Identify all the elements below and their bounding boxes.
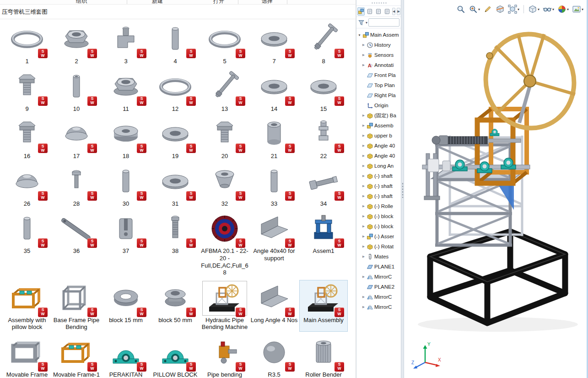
part-item[interactable]: SW26 [3, 164, 51, 208]
tree-item-history[interactable]: ▶History [356, 40, 401, 50]
tree-item-angle-40[interactable]: ▶Angle 40 [356, 141, 401, 151]
part-item[interactable]: SWBase Frame Pipe Bending [52, 280, 101, 332]
expand-arrow-icon[interactable]: ▶ [361, 53, 366, 57]
part-item[interactable]: SW31 [151, 164, 200, 208]
command-group-3[interactable]: 打开 [213, 0, 224, 5]
part-item[interactable]: SWPERAKITAN PILLOW BLOCK P204 [102, 334, 150, 378]
expand-arrow-icon[interactable]: ▶ [361, 164, 366, 168]
expand-arrow-icon[interactable]: ▼ [357, 33, 361, 37]
zoom-to-fit-button[interactable] [456, 4, 466, 14]
part-item[interactable]: SW1 [3, 21, 51, 66]
command-group-1[interactable]: 组织 [76, 0, 87, 5]
expand-arrow-icon[interactable]: ▶ [361, 214, 366, 218]
previous-view-button[interactable] [483, 4, 493, 14]
expand-arrow-icon[interactable]: ▶ [361, 255, 366, 258]
part-item[interactable]: SW19 [151, 116, 200, 161]
apply-scene-button[interactable]: ▾ [572, 4, 584, 14]
part-item[interactable]: SWPipe bending assembly [200, 334, 249, 378]
part-item[interactable]: SW20 [200, 116, 249, 161]
part-item[interactable]: SW37 [102, 211, 150, 277]
panel-grip[interactable] [356, 0, 401, 6]
tree-item-ba[interactable]: ▶(固定) Ba [356, 110, 401, 121]
expand-arrow-icon[interactable]: ▶ [361, 245, 366, 248]
tree-item-assemb[interactable]: ▶Assemb [356, 121, 401, 131]
panel-back-button[interactable]: ◀ [392, 8, 395, 15]
expand-arrow-icon[interactable]: ▶ [361, 295, 366, 299]
part-item[interactable]: SW33 [250, 164, 298, 208]
part-item[interactable]: SW2 [52, 21, 101, 66]
part-item[interactable]: SW38 [151, 211, 200, 277]
part-item[interactable]: SW36 [52, 211, 101, 277]
part-item[interactable]: SW18 [102, 116, 150, 161]
expand-arrow-icon[interactable]: ▶ [361, 305, 366, 309]
propertymanager-tab[interactable] [366, 7, 373, 16]
expand-arrow-icon[interactable]: ▶ [361, 124, 366, 127]
part-item[interactable]: SW12 [151, 69, 200, 114]
tree-item-plane1[interactable]: PLANE1 [356, 262, 401, 272]
tree-item-front-pla[interactable]: Front Pla [356, 70, 401, 80]
tree-item-shaft[interactable]: ▶(-) shaft [356, 181, 401, 191]
part-item[interactable]: SW22 [299, 116, 348, 161]
tree-item-long-an[interactable]: ▶Long An [356, 161, 401, 171]
graphics-area[interactable]: ▾▾▾▾▾▾ [404, 0, 587, 378]
part-item[interactable]: SW28 [52, 164, 101, 208]
expand-arrow-icon[interactable]: ▶ [361, 225, 366, 228]
part-item[interactable]: SW8 [299, 21, 348, 66]
tree-item-asser[interactable]: ▶(-) Asser [356, 231, 401, 241]
part-item[interactable]: SW10 [52, 69, 101, 114]
tree-item-block[interactable]: ▶(-) block [356, 221, 401, 231]
expand-arrow-icon[interactable]: ▶ [361, 194, 366, 198]
tree-item-mirrorc[interactable]: ▶MirrorC [356, 272, 401, 282]
filter-input[interactable] [368, 18, 399, 27]
part-item[interactable]: SWblock 15 mm [102, 280, 150, 332]
tree-item-origin[interactable]: Origin [356, 100, 401, 110]
part-item[interactable]: SWMain Assembly [299, 280, 348, 332]
part-item[interactable]: SW32 [200, 164, 249, 208]
tree-item-shaft[interactable]: ▶(-) shaft [356, 171, 401, 181]
expand-arrow-icon[interactable]: ▶ [361, 144, 366, 148]
expand-arrow-icon[interactable]: ▶ [361, 154, 366, 158]
part-item[interactable]: SW9 [3, 69, 51, 114]
section-view-button[interactable] [495, 4, 505, 14]
part-item[interactable]: SWblock 50 mm [151, 280, 200, 332]
tree-item-rotat[interactable]: ▶(-) Rotat [356, 241, 401, 252]
part-item[interactable]: SW35 [3, 211, 51, 277]
expand-arrow-icon[interactable]: ▶ [361, 235, 366, 238]
tree-item-block[interactable]: ▶(-) block [356, 211, 401, 221]
part-item[interactable]: SW5 [200, 21, 249, 66]
expand-arrow-icon[interactable]: ▶ [361, 43, 366, 47]
tree-item-top-plan[interactable]: Top Plan [356, 80, 401, 90]
part-item[interactable]: SW15 [299, 69, 348, 114]
tree-item-mates[interactable]: ▶Mates [356, 252, 401, 262]
part-item[interactable]: SWPILLOW BLOCK P204 [151, 334, 200, 378]
part-item[interactable]: SWMovable Frame-1 [52, 334, 101, 378]
display-style-button[interactable]: ▾ [528, 4, 540, 14]
part-item[interactable]: SW3 [102, 21, 150, 66]
part-item[interactable]: SW17 [52, 116, 101, 161]
part-item[interactable]: SWAssembly with pillow block [3, 280, 51, 332]
part-item[interactable]: SW13 [200, 69, 249, 114]
tree-item-upper-b[interactable]: ▶upper b [356, 131, 401, 141]
tree-item-mirrorc[interactable]: ▶MirrorC [356, 302, 401, 312]
hide-show-items-button[interactable]: ▾ [542, 4, 555, 14]
tree-item-rolle[interactable]: ▶(-) Rolle [356, 201, 401, 211]
view-orientation-button[interactable]: ▾ [507, 4, 520, 14]
edit-appearance-button[interactable]: ▾ [557, 4, 569, 14]
expand-arrow-icon[interactable]: ▶ [361, 114, 366, 117]
part-item[interactable]: SW7 [250, 21, 298, 66]
tree-item-shaft[interactable]: ▶(-) shaft [356, 191, 401, 201]
part-item[interactable]: SW16 [3, 116, 51, 161]
expand-arrow-icon[interactable]: ▶ [361, 174, 366, 178]
part-item[interactable]: SWAFBMA 20.1 - 22-20 - Full,DE,AC,Full_6… [200, 211, 249, 277]
tree-item-sensors[interactable]: ▶Sensors [356, 50, 401, 60]
part-item[interactable]: SWMovable Frame outer [3, 334, 51, 378]
zoom-to-area-button[interactable]: ▾ [468, 4, 480, 14]
expand-arrow-icon[interactable]: ▶ [361, 275, 366, 279]
featuremanager-tab[interactable] [357, 7, 365, 16]
configurationmanager-tab[interactable] [375, 7, 382, 16]
expand-arrow-icon[interactable]: ▶ [361, 184, 366, 188]
tree-item-right-pla[interactable]: Right Pla [356, 90, 401, 100]
tree-item-annotati[interactable]: ▶AAnnotati [356, 60, 401, 70]
tree-item-mirrorc[interactable]: ▶MirrorC [356, 292, 401, 302]
part-item[interactable]: SW14 [250, 69, 298, 114]
